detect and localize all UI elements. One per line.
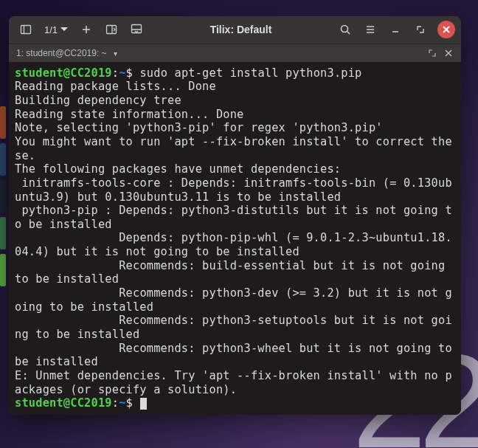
search-button[interactable] <box>334 18 356 41</box>
prompt-user-host: student@CC2019 <box>15 66 112 80</box>
tilix-window: 1/1 Tilix: Default 1: studen <box>9 16 461 415</box>
session-counter-label: 1/1 <box>44 24 58 35</box>
output-line: Recommends: python3-wheel but it is not … <box>15 342 459 369</box>
output-line: E: Unmet dependencies. Try 'apt --fix-br… <box>15 369 452 396</box>
window-title: Tilix: Default <box>150 24 331 35</box>
chevron-down-icon <box>60 27 68 32</box>
terminal-tab-text: 1: student@CC2019: ~ <box>16 48 107 58</box>
output-line: Reading state information... Done <box>15 108 244 121</box>
menu-button[interactable] <box>359 18 381 41</box>
svg-rect-0 <box>21 26 31 34</box>
output-line: Building dependency tree <box>15 94 181 107</box>
output-line: The following packages have unmet depend… <box>15 162 341 176</box>
split-right-button[interactable] <box>100 18 122 41</box>
split-down-button[interactable] <box>125 18 148 41</box>
output-line: Reading package lists... Done <box>15 80 216 93</box>
add-terminal-button[interactable] <box>75 18 97 41</box>
session-counter[interactable]: 1/1 <box>40 24 72 35</box>
output-line: Recommends: python3-dev (>= 3.2) but it … <box>15 286 452 314</box>
tab-close-button[interactable] <box>443 48 454 58</box>
prompt-user-host: student@CC2019 <box>15 396 112 410</box>
sidebar-toggle-button[interactable] <box>15 18 37 41</box>
prompt-sigil: $ <box>126 396 133 410</box>
svg-line-13 <box>347 32 350 35</box>
tab-maximize-button[interactable] <box>427 48 437 58</box>
svg-rect-8 <box>132 25 142 33</box>
output-line: initramfs-tools-core : Depends: initramf… <box>15 176 452 204</box>
prompt-sigil: $ <box>126 66 133 80</box>
dock-app-5[interactable] <box>0 254 6 286</box>
output-line: python3-pip : Depends: python3-distutils… <box>15 204 452 231</box>
terminal-tabbar: 1: student@CC2019: ~ ▾ <box>9 44 461 62</box>
terminal-tab-label[interactable]: 1: student@CC2019: ~ ▾ <box>16 48 421 58</box>
prompt-path: ~ <box>119 396 125 410</box>
terminal-cursor <box>140 398 147 410</box>
output-line: You might want to run 'apt --fix-broken … <box>15 135 452 162</box>
prompt-sep: : <box>112 396 119 410</box>
command-text: sudo apt-get install python3.pip <box>139 66 361 80</box>
prompt-sep: : <box>112 66 119 80</box>
output-line: Recommends: build-essential but it is no… <box>15 259 452 286</box>
titlebar: 1/1 Tilix: Default <box>9 16 461 44</box>
terminal-output[interactable]: student@CC2019:~$ sudo apt-get install p… <box>9 62 461 415</box>
maximize-button[interactable] <box>409 18 432 41</box>
svg-line-7 <box>114 30 115 31</box>
svg-line-10 <box>135 31 136 32</box>
output-line: Depends: python-pip-whl (= 9.0.1-2.3~ubu… <box>15 231 452 258</box>
svg-point-12 <box>342 26 348 32</box>
output-line: Note, selecting 'python3-pip' for regex … <box>15 121 383 134</box>
dock-app-3[interactable] <box>0 180 6 213</box>
dock-app-2[interactable] <box>0 143 6 176</box>
dock-app-1[interactable] <box>0 106 6 139</box>
minimize-button[interactable] <box>384 18 406 41</box>
prompt-path: ~ <box>119 66 125 80</box>
svg-line-11 <box>136 31 138 32</box>
close-window-button[interactable] <box>437 21 455 38</box>
chevron-down-icon: ▾ <box>114 49 117 58</box>
output-line: Recommends: python3-setuptools but it is… <box>15 314 452 341</box>
desktop-dock <box>0 103 7 295</box>
dock-app-4[interactable] <box>0 217 6 249</box>
